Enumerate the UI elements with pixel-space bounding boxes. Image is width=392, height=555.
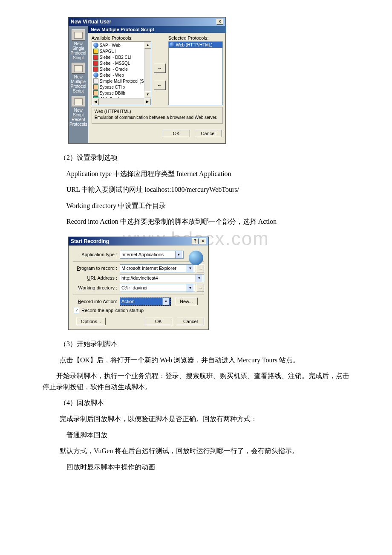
- available-protocols-label: Available Protocols:: [92, 35, 151, 40]
- list-item[interactable]: Siebel - MSSQL: [92, 60, 150, 66]
- help-icon[interactable]: ?: [192, 238, 199, 244]
- globe-icon: [189, 251, 203, 265]
- paragraph: Record into Action 中选择要把录制的脚本放到哪一个部分，选择 …: [60, 216, 349, 227]
- nvu-section-header: New Multiple Protocol Script: [88, 26, 226, 33]
- available-protocols-list[interactable]: SAP - WebSAPGUISiebel - DB2 CLISiebel - …: [92, 41, 151, 105]
- new-virtual-user-dialog: New Virtual User × New Single Protocol S…: [68, 17, 226, 144]
- list-item[interactable]: Siebel - DB2 CLI: [92, 54, 150, 60]
- sap-icon: [93, 49, 98, 54]
- sb-icon: [93, 55, 98, 60]
- script-icon: [72, 96, 85, 107]
- sr-titlebar: Start Recording ? ×: [69, 237, 208, 246]
- list-item[interactable]: Sybase DBlib: [92, 90, 150, 96]
- nvu-title: New Virtual User: [71, 19, 111, 25]
- cancel-button[interactable]: Cancel: [195, 130, 222, 137]
- chevron-down-icon[interactable]: ▼: [187, 265, 193, 272]
- globe-icon: [93, 43, 98, 48]
- sidebar-item-label: New Multiple Protocol Script: [69, 75, 87, 93]
- list-item[interactable]: Sybase CTlib: [92, 84, 150, 90]
- chevron-down-icon[interactable]: ▼: [196, 275, 202, 282]
- paragraph: 点击【OK】后，将打开一个新的 Web 浏览器，并自动进入 Mercury To…: [60, 355, 349, 366]
- desc-body: Emulation of communication between a bro…: [95, 115, 220, 120]
- paragraph: （3）开始录制脚本: [60, 338, 349, 350]
- chevron-down-icon[interactable]: ▼: [162, 298, 169, 305]
- close-icon[interactable]: ×: [199, 238, 206, 244]
- program-to-record-label: Program to record :: [73, 266, 120, 271]
- options-button[interactable]: Options...: [76, 318, 106, 325]
- scroll-right-icon[interactable]: ▶: [144, 98, 151, 105]
- sidebar-item-label: New Single Protocol Script: [69, 41, 87, 60]
- paragraph: 回放时显示脚本中操作的动画: [60, 462, 349, 473]
- list-item[interactable]: SAPGUI: [92, 48, 150, 54]
- record-into-action-select[interactable]: Action ▼: [120, 298, 171, 306]
- application-type-select[interactable]: Internet Applications ▼: [120, 251, 184, 259]
- protocol-label: Sybase CTlib: [100, 85, 125, 90]
- paragraph: Application type 中选择应用程序类型 Internet Appl…: [60, 168, 349, 179]
- sidebar-item-recent[interactable]: New Script Recent Protocols: [69, 96, 87, 127]
- paragraph: 默认方式，VuGen 将在后台运行测试，回放时运行到哪一行了，会有箭头指示。: [60, 445, 349, 457]
- close-icon[interactable]: ×: [216, 19, 223, 25]
- script-icon: [72, 63, 85, 74]
- db-icon: [93, 90, 98, 95]
- sb-icon: [93, 61, 98, 66]
- chevron-down-icon[interactable]: ▼: [175, 251, 182, 258]
- nvu-sidebar: New Single Protocol Script New Multiple …: [69, 26, 88, 143]
- application-type-label: Application type :: [73, 252, 120, 257]
- script-icon: [72, 29, 85, 40]
- protocol-label: SAP - Web: [100, 43, 121, 48]
- protocol-label: Siebel - Oracle: [100, 67, 128, 72]
- protocol-label: Web (HTTP/HTML): [176, 43, 213, 47]
- browse-button[interactable]: ...: [196, 284, 204, 292]
- record-startup-label: Record the application startup: [81, 308, 144, 313]
- paragraph: 普通脚本回放: [60, 430, 349, 441]
- globe-icon: [170, 42, 175, 47]
- url-address-label: URL Address :: [73, 275, 120, 280]
- selected-protocols-list[interactable]: Web (HTTP/HTML): [168, 41, 223, 105]
- list-item[interactable]: Simple Mail Protocol (SMTP): [92, 78, 150, 84]
- paragraph: （4）回放脚本: [60, 397, 349, 408]
- scroll-down-icon[interactable]: ▼: [144, 91, 151, 98]
- browse-button[interactable]: ...: [196, 264, 204, 272]
- new-action-button[interactable]: New...: [175, 298, 198, 305]
- sidebar-item-single[interactable]: New Single Protocol Script: [69, 29, 87, 60]
- ok-button[interactable]: OK: [145, 318, 172, 325]
- protocol-label: Siebel - MSSQL: [100, 61, 130, 66]
- selected-protocols-label: Selected Protocols:: [168, 35, 223, 40]
- protocol-label: Siebel - DB2 CLI: [100, 55, 131, 60]
- scrollbar-vertical[interactable]: ▲ ▼: [144, 42, 151, 98]
- scroll-up-icon[interactable]: ▲: [144, 42, 151, 49]
- working-directory-label: Working directory :: [73, 285, 120, 290]
- protocol-label: SAPGUI: [100, 49, 116, 54]
- mail-icon: [93, 78, 98, 84]
- paragraph: （2）设置录制选项: [60, 152, 349, 163]
- scroll-left-icon[interactable]: ◀: [92, 98, 99, 105]
- remove-protocol-button[interactable]: ←: [154, 81, 166, 90]
- list-item[interactable]: SAP - Web: [92, 42, 150, 48]
- start-recording-dialog: Start Recording ? × Application type : I…: [68, 237, 209, 330]
- db-icon: [93, 84, 98, 90]
- paragraph: URL 中输入要测试的网址 localhost:1080/mercuryWebT…: [60, 184, 349, 195]
- sidebar-item-label: New Script Recent Protocols: [69, 108, 87, 127]
- protocol-description: Web (HTTP/HTML) Emulation of communicati…: [92, 107, 223, 124]
- list-item[interactable]: Web (HTTP/HTML): [169, 42, 222, 48]
- record-startup-checkbox[interactable]: ✓: [74, 308, 79, 313]
- cancel-button[interactable]: Cancel: [177, 318, 204, 325]
- list-item[interactable]: Siebel - Web: [92, 72, 150, 78]
- protocol-label: Simple Mail Protocol (SMTP): [100, 79, 151, 84]
- record-into-action-label: Record into Action:: [73, 299, 120, 304]
- paragraph: 开始录制脚本，执行一个业务流程：登录、搜索航班、购买机票、查看路线、注销。完成后…: [43, 370, 349, 392]
- protocol-label: Siebel - Web: [100, 73, 124, 78]
- protocol-label: Sybase DBlib: [100, 91, 125, 95]
- sr-title: Start Recording: [71, 238, 109, 244]
- add-protocol-button[interactable]: →: [154, 64, 166, 73]
- list-item[interactable]: Siebel - Oracle: [92, 66, 150, 72]
- program-to-record-select[interactable]: Microsoft Internet Explorer ▼: [120, 264, 195, 272]
- nvu-titlebar: New Virtual User ×: [69, 17, 225, 26]
- chevron-down-icon[interactable]: ▼: [187, 284, 193, 292]
- sidebar-item-multiple[interactable]: New Multiple Protocol Script: [69, 63, 87, 93]
- working-directory-input[interactable]: C:\lr_davinci ▼: [120, 284, 195, 292]
- url-address-input[interactable]: http://davincitest4 ▼: [120, 274, 204, 282]
- scrollbar-horizontal[interactable]: ◀ ▶: [92, 98, 151, 105]
- ok-button[interactable]: OK: [163, 130, 190, 137]
- paragraph: 完成录制后回放脚本，以便验证脚本是否正确。回放有两种方式：: [60, 413, 349, 425]
